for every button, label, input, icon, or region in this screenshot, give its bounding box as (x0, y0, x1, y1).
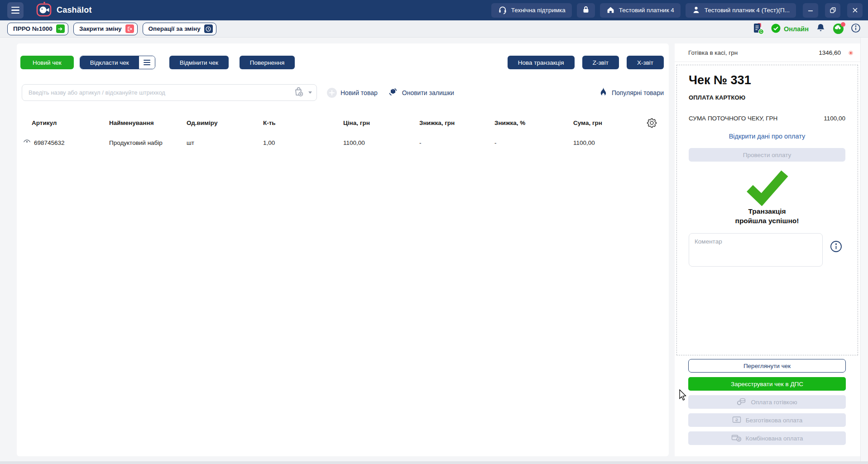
user-account-button[interactable]: Тестовий платник 4 (Тест)(П... (686, 3, 796, 18)
current-check-box: Чек № 331 ОПЛАТА КАРТКОЮ СУМА ПОТОЧНОГО … (676, 65, 858, 355)
cash-status-dot (849, 51, 853, 55)
scrollbar-track[interactable] (860, 38, 868, 464)
sale-workspace: Новий чек Відкласти чек Відмінити чек По… (17, 43, 669, 456)
view-check-button[interactable]: Переглянути чек (688, 359, 846, 373)
eye-icon[interactable] (23, 139, 31, 146)
transaction-success-message: Транзакція пройшла успішно! (689, 207, 845, 226)
pay-combined-button[interactable]: ₴ Комбінована оплата (688, 431, 846, 445)
comment-textarea[interactable] (689, 233, 823, 267)
check-circle-icon (771, 24, 781, 34)
process-payment-button[interactable]: Провести оплату (689, 148, 845, 162)
update-alert-badge (841, 22, 845, 27)
void-check-button[interactable]: Відмінити чек (169, 56, 229, 69)
brand-logo: Cashälot (35, 1, 92, 19)
flame-icon (599, 87, 608, 99)
window-minimize-button[interactable] (803, 3, 818, 18)
svg-text:₴: ₴ (737, 437, 740, 441)
register-check-dps-button[interactable]: Зареєструвати чек в ДПС (688, 377, 846, 391)
notifications-bell-icon[interactable] (815, 23, 826, 35)
refund-button[interactable]: Повернення (240, 56, 295, 69)
new-check-button[interactable]: Новий чек (20, 56, 74, 69)
company-home-button[interactable]: Тестовий платник 4 (600, 3, 681, 18)
window-bottom-edge (0, 461, 868, 464)
lock-button[interactable] (577, 3, 595, 18)
user-icon (692, 5, 700, 15)
window-restore-button[interactable] (825, 3, 840, 18)
new-transaction-button[interactable]: Нова транзакція (508, 56, 575, 69)
hold-check-button[interactable]: Відкласти чек (80, 56, 155, 69)
updates-sync-icon[interactable] (833, 23, 844, 34)
mouse-cursor (679, 389, 689, 403)
home-icon (606, 5, 615, 15)
fiscal-documents-icon[interactable] (752, 23, 764, 35)
headset-icon (498, 5, 507, 16)
items-table-header: Артикул Найменування Од.виміру К-ть Ціна… (32, 117, 664, 129)
info-icon[interactable] (851, 23, 861, 35)
check-number-title: Чек № 331 (689, 73, 845, 87)
menu-hamburger-icon[interactable] (7, 2, 24, 19)
update-stock-button[interactable]: Оновити залишки (388, 86, 454, 99)
x-report-button[interactable]: X-звіт (627, 56, 664, 69)
product-search-input[interactable] (29, 89, 290, 96)
online-status: Онлайн (771, 24, 809, 34)
open-payment-data-link[interactable]: Відкрити дані про оплату (689, 133, 845, 140)
whale-logo-icon (35, 1, 53, 19)
coins-icon (737, 397, 747, 407)
popular-products-button[interactable]: Популярні товари (599, 87, 664, 99)
check-panel: Готівка в касі, грн 1346,60 Чек № 331 ОП… (675, 43, 860, 456)
shift-operations-button[interactable]: Операції за зміну (143, 23, 216, 35)
new-product-button[interactable]: Новий товар (327, 88, 378, 98)
search-dropdown-chevron-icon[interactable] (308, 91, 312, 94)
current-check-sum-row: СУМА ПОТОЧНОГО ЧЕКУ, ГРН 1100,00 (689, 115, 845, 122)
shift-toolbar: ПРРО №1000 Закрити зміну Операції за змі… (0, 20, 868, 38)
table-settings-gear-icon[interactable] (646, 117, 664, 129)
lock-icon (581, 5, 590, 15)
pay-cash-button[interactable]: Оплата готівкою (688, 395, 846, 409)
payment-type-label: ОПЛАТА КАРТКОЮ (689, 94, 845, 101)
history-clock-icon (204, 24, 213, 33)
table-row[interactable]: 698745632 Продуктовий набір шт 1,00 1100… (23, 139, 664, 146)
close-shift-button[interactable]: Закрити зміну (73, 23, 138, 35)
top-window-bar: Cashälot Технічна підтримка (0, 0, 868, 20)
support-button[interactable]: Технічна підтримка (491, 3, 572, 18)
comment-info-icon[interactable] (830, 240, 842, 267)
brand-name: Cashälot (57, 5, 92, 15)
z-report-button[interactable]: Z-звіт (582, 56, 619, 69)
card-uah-icon: ₴ (732, 416, 742, 425)
cash-in-register-row: Готівка в касі, грн 1346,60 (675, 43, 860, 62)
held-checks-list-icon[interactable] (139, 56, 155, 69)
add-to-bag-icon[interactable] (293, 86, 304, 99)
check-sum-value: 1100,00 (824, 115, 845, 122)
plus-circle-icon (327, 88, 337, 98)
cube-sync-icon (388, 86, 398, 99)
prro-button[interactable]: ПРРО №1000 (7, 23, 68, 35)
arrow-right-icon (56, 24, 65, 33)
window-close-button[interactable] (847, 3, 863, 18)
success-check-icon (744, 168, 790, 206)
logout-icon (125, 24, 134, 33)
product-search-box (22, 84, 317, 101)
card-and-coins-icon: ₴ (731, 434, 742, 443)
cash-value: 1346,60 (819, 49, 841, 56)
pay-cashless-button[interactable]: ₴ Безготівкова оплата (688, 413, 846, 427)
svg-text:₴: ₴ (735, 417, 738, 422)
